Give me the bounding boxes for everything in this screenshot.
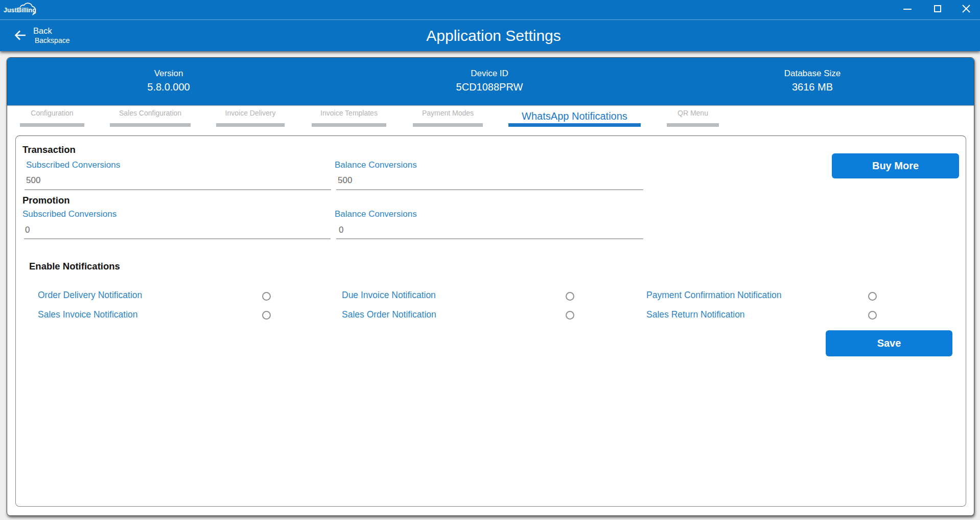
svg-text:JustBilling: JustBilling <box>4 7 36 14</box>
